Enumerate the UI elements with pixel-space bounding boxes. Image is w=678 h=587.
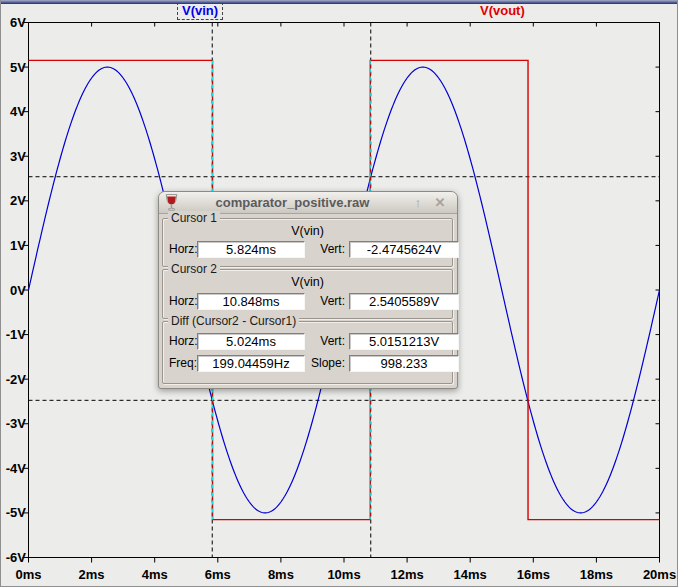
- diff-group: Diff (Cursor2 - Cursor1) Horz: 5.024ms V…: [162, 321, 453, 384]
- cursor2-horz-label: Horz:: [169, 293, 199, 310]
- cursor2-vert-value[interactable]: 2.5405589V: [349, 293, 459, 310]
- cursor1-group-title: Cursor 1: [168, 211, 220, 225]
- diff-slope-label: Slope:: [307, 355, 345, 372]
- cursor2-group: Cursor 2 V(vin) Horz: 10.848ms Vert: 2.5…: [162, 269, 453, 319]
- cursor2-group-title: Cursor 2: [168, 262, 220, 276]
- cursor1-signal: V(vin): [163, 224, 452, 238]
- cursor2-vert-label: Vert:: [307, 293, 345, 310]
- cursor-dialog-title: comparator_positive.raw: [178, 195, 407, 210]
- cursor2-horz-value[interactable]: 10.848ms: [197, 293, 305, 310]
- legend-vin[interactable]: V(vin): [177, 2, 223, 20]
- diff-slope-value[interactable]: 998.233: [349, 355, 459, 372]
- diff-vert-value[interactable]: 5.0151213V: [349, 333, 459, 350]
- cursor2-signal: V(vin): [163, 275, 452, 289]
- cursor1-group: Cursor 1 V(vin) Horz: 5.824ms Vert: -2.4…: [162, 218, 453, 267]
- diff-group-title: Diff (Cursor2 - Cursor1): [168, 314, 299, 328]
- diff-freq-value[interactable]: 199.04459Hz: [197, 355, 305, 372]
- parent-window-titlebar-edge: [0, 0, 678, 4]
- cursor1-vert-label: Vert:: [307, 241, 345, 258]
- diff-horz-label: Horz:: [169, 333, 199, 350]
- shade-button[interactable]: ↑: [407, 195, 429, 210]
- cursor1-vert-value[interactable]: -2.4745624V: [349, 241, 459, 258]
- cursor-dialog[interactable]: comparator_positive.raw ↑ ✕ Cursor 1 V(v…: [158, 191, 458, 389]
- diff-horz-value[interactable]: 5.024ms: [197, 333, 305, 350]
- diff-freq-label: Freq:: [169, 355, 199, 372]
- cursor1-horz-label: Horz:: [169, 241, 199, 258]
- diff-vert-label: Vert:: [307, 333, 345, 350]
- legend-vout[interactable]: V(vout): [476, 2, 529, 20]
- cursor1-horz-value[interactable]: 5.824ms: [197, 241, 305, 258]
- close-button[interactable]: ✕: [429, 195, 451, 210]
- wine-glass-icon: [165, 194, 178, 211]
